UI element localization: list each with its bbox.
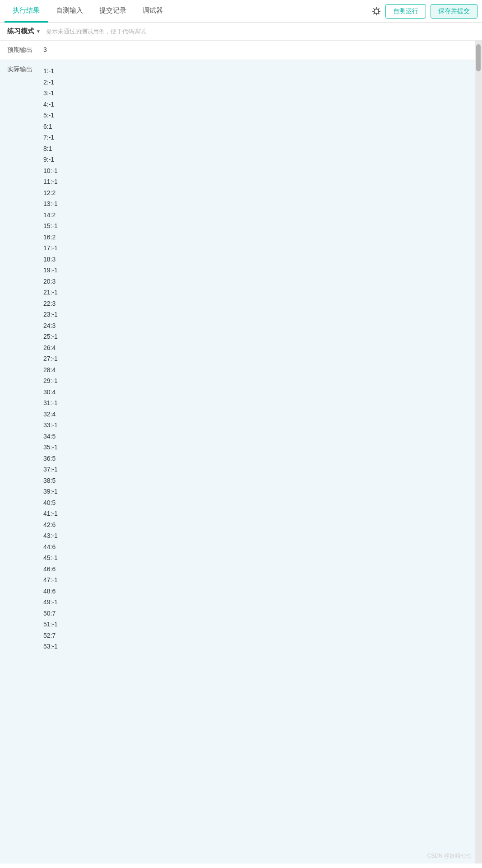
output-line: 44:6 [43, 541, 475, 553]
tab-self-test-input[interactable]: 自测输入 [48, 0, 91, 23]
tab-debugger[interactable]: 调试器 [134, 0, 171, 23]
output-line: 13:-1 [43, 198, 475, 210]
mode-hint: 提示未通过的测试用例，便于代码调试 [46, 28, 146, 36]
actual-output-label: 实际输出 [0, 60, 36, 79]
output-line: 31:-1 [43, 397, 475, 409]
output-line: 39:-1 [43, 486, 475, 497]
output-line: 45:-1 [43, 552, 475, 564]
self-run-button[interactable]: 自测运行 [385, 4, 426, 19]
output-line: 14:2 [43, 210, 475, 221]
output-line: 9:-1 [43, 154, 475, 165]
save-submit-button[interactable]: 保存并提交 [431, 4, 477, 19]
output-line: 1:-1 [43, 65, 475, 77]
output-line: 47:-1 [43, 574, 475, 586]
expected-output-value: 3 [36, 41, 482, 59]
output-line: 5:-1 [43, 110, 475, 121]
output-line: 37:-1 [43, 464, 475, 475]
mode-selector[interactable]: 练习模式 ▼ [7, 27, 41, 36]
output-line: 38:5 [43, 475, 475, 486]
output-line: 28:4 [43, 364, 475, 376]
output-line: 2:-1 [43, 77, 475, 88]
output-line: 33:-1 [43, 420, 475, 431]
expected-output-label: 预期输出 [0, 41, 36, 60]
output-line: 10:-1 [43, 165, 475, 177]
tab-exec-result[interactable]: 执行结果 [5, 0, 48, 23]
output-line: 8:1 [43, 143, 475, 154]
watermark: CSDN @妖精七七- [0, 849, 482, 863]
tab-submit-history[interactable]: 提交记录 [91, 0, 134, 23]
scrollbar-thumb[interactable] [476, 44, 481, 71]
content-area: 预期输出 3 实际输出 1:-12:-13:-14:-15:-16:17:-18… [0, 41, 482, 863]
output-line: 18:3 [43, 254, 475, 265]
output-line: 35:-1 [43, 442, 475, 453]
output-line: 19:-1 [43, 265, 475, 276]
output-line: 25:-1 [43, 331, 475, 342]
svg-line-7 [374, 13, 375, 14]
output-line: 30:4 [43, 387, 475, 398]
output-line: 12:2 [43, 187, 475, 199]
mode-bar: 练习模式 ▼ 提示未通过的测试用例，便于代码调试 [0, 23, 482, 41]
output-line: 40:5 [43, 497, 475, 509]
top-navigation: 执行结果 自测输入 提交记录 调试器 自测运行 保存并提交 [0, 0, 482, 23]
output-line: 32:4 [43, 409, 475, 420]
actual-output-content: 1:-12:-13:-14:-15:-16:17:-18:19:-110:-11… [36, 60, 482, 658]
output-line: 48:6 [43, 586, 475, 597]
output-line: 22:3 [43, 298, 475, 309]
output-line: 16:2 [43, 232, 475, 243]
output-line: 23:-1 [43, 309, 475, 320]
output-line: 27:-1 [43, 353, 475, 364]
mode-dropdown-arrow: ▼ [36, 29, 41, 34]
svg-line-5 [374, 8, 375, 9]
scrollbar[interactable] [475, 41, 482, 863]
output-line: 46:6 [43, 564, 475, 575]
output-line: 21:-1 [43, 287, 475, 298]
output-line: 7:-1 [43, 132, 475, 143]
output-line: 26:4 [43, 342, 475, 354]
output-line: 15:-1 [43, 220, 475, 232]
output-line: 49:-1 [43, 597, 475, 608]
output-line: 41:-1 [43, 508, 475, 519]
output-line: 52:7 [43, 630, 475, 641]
output-line: 24:3 [43, 320, 475, 331]
actual-output-row: 实际输出 1:-12:-13:-14:-15:-16:17:-18:19:-11… [0, 60, 482, 849]
bug-icon-button[interactable] [367, 2, 385, 20]
output-line: 20:3 [43, 276, 475, 287]
output-line: 4:-1 [43, 99, 475, 110]
output-line: 50:7 [43, 608, 475, 619]
output-line: 3:-1 [43, 88, 475, 99]
svg-line-8 [378, 13, 380, 14]
output-line: 11:-1 [43, 176, 475, 187]
expected-output-row: 预期输出 3 [0, 41, 482, 60]
output-line: 36:5 [43, 453, 475, 464]
output-line: 42:6 [43, 519, 475, 531]
output-line: 34:5 [43, 431, 475, 442]
output-line: 29:-1 [43, 375, 475, 387]
output-line: 17:-1 [43, 243, 475, 254]
svg-line-6 [378, 8, 380, 9]
output-line: 51:-1 [43, 619, 475, 630]
output-line: 43:-1 [43, 530, 475, 541]
output-line: 6:1 [43, 121, 475, 132]
output-line: 53:-1 [43, 641, 475, 652]
